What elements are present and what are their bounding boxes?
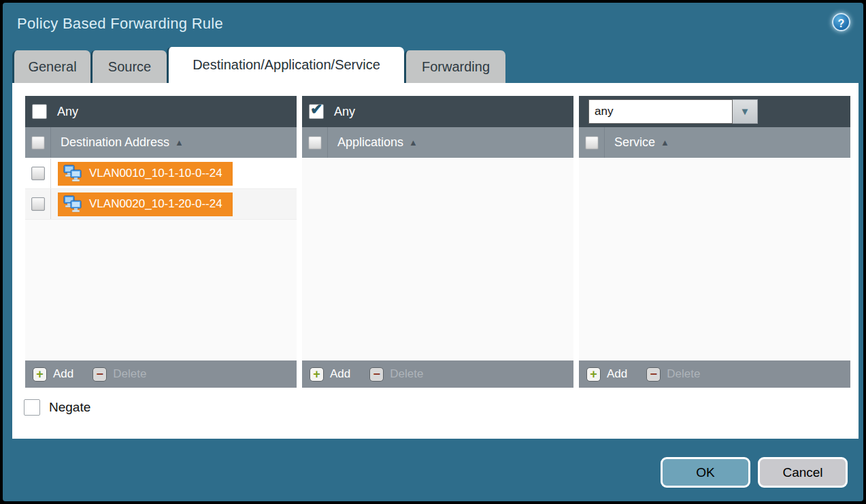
service-list [579, 158, 850, 360]
address-object-vlan0020[interactable]: VLAN0020_10-1-20-0--24 [58, 192, 233, 216]
applications-toolbar: + Add − Delete [302, 360, 573, 388]
dialog-title: Policy Based Forwarding Rule [17, 15, 223, 33]
add-button[interactable]: + Add [33, 367, 73, 382]
add-icon: + [33, 367, 47, 382]
help-icon[interactable]: ? [832, 13, 850, 31]
add-button[interactable]: + Add [586, 367, 627, 382]
service-select-all-checkbox[interactable] [585, 136, 599, 150]
delete-icon: − [93, 367, 107, 382]
table-row: VLAN0010_10-1-10-0--24 [25, 158, 297, 189]
negate-label: Negate [49, 400, 90, 415]
chevron-down-icon[interactable]: ▼ [733, 99, 758, 124]
service-type-value[interactable]: any [588, 99, 733, 124]
dialog-frame: Policy Based Forwarding Rule ? General S… [0, 0, 866, 504]
destination-address-column: Any Destination Address ▲ [25, 96, 297, 388]
address-label: VLAN0020_10-1-20-0--24 [89, 197, 222, 211]
checkmark-icon: ✔ [310, 101, 322, 118]
add-icon: + [310, 367, 324, 382]
delete-button[interactable]: − Delete [93, 367, 146, 382]
service-header-label[interactable]: Service [614, 135, 655, 150]
destination-column-header: Destination Address ▲ [25, 127, 297, 158]
tab-forwarding[interactable]: Forwarding [404, 50, 505, 83]
service-dropdown-bar: any ▼ [579, 96, 850, 127]
delete-icon: − [646, 367, 661, 382]
negate-row: Negate [24, 399, 90, 416]
row-checkbox[interactable] [31, 167, 45, 180]
cancel-button[interactable]: Cancel [758, 457, 848, 488]
applications-column-header: Applications ▲ [302, 127, 573, 158]
service-column-header: Service ▲ [579, 127, 850, 158]
applications-select-all-checkbox[interactable] [308, 136, 322, 150]
sort-asc-icon[interactable]: ▲ [661, 137, 669, 148]
applications-any-label: Any [334, 105, 355, 119]
ok-button[interactable]: OK [661, 457, 750, 488]
network-icon [63, 195, 83, 213]
destination-list: VLAN0010_10-1-10-0--24 [25, 158, 297, 360]
address-label: VLAN0010_10-1-10-0--24 [89, 167, 222, 180]
destination-toolbar: + Add − Delete [25, 360, 297, 388]
destination-any-label: Any [57, 105, 78, 119]
applications-list [302, 158, 573, 360]
delete-icon: − [369, 367, 384, 382]
applications-column: ✔ Any Applications ▲ + Add − Dele [302, 96, 573, 388]
applications-any-checkbox[interactable]: ✔ [309, 104, 324, 119]
columns: Any Destination Address ▲ [25, 96, 850, 388]
tab-source[interactable]: Source [90, 50, 167, 83]
tab-content: Any Destination Address ▲ [12, 83, 859, 439]
applications-header-label[interactable]: Applications [337, 135, 403, 150]
service-type-dropdown[interactable]: any ▼ [588, 99, 758, 124]
sort-asc-icon[interactable]: ▲ [175, 137, 184, 148]
applications-any-bar: ✔ Any [302, 96, 573, 127]
service-toolbar: + Add − Delete [579, 360, 850, 388]
delete-button[interactable]: − Delete [646, 367, 700, 382]
destination-select-all-checkbox[interactable] [31, 136, 45, 150]
negate-checkbox[interactable] [24, 399, 40, 416]
tab-destination-application-service[interactable]: Destination/Application/Service [167, 47, 404, 83]
row-checkbox[interactable] [31, 197, 45, 211]
title-bar: Policy Based Forwarding Rule ? [3, 3, 863, 46]
delete-button[interactable]: − Delete [369, 367, 423, 382]
destination-any-checkbox[interactable] [32, 104, 47, 119]
service-column: any ▼ Service ▲ + Add − [579, 96, 850, 388]
add-icon: + [586, 367, 601, 382]
tab-general[interactable]: General [12, 50, 90, 83]
add-button[interactable]: + Add [310, 367, 350, 382]
table-row: VLAN0020_10-1-20-0--24 [25, 189, 297, 220]
network-icon [63, 165, 83, 182]
sort-asc-icon[interactable]: ▲ [409, 137, 418, 148]
destination-header-label[interactable]: Destination Address [61, 135, 169, 150]
destination-any-bar: Any [25, 96, 297, 127]
tab-bar: General Source Destination/Application/S… [12, 50, 505, 83]
address-object-vlan0010[interactable]: VLAN0010_10-1-10-0--24 [58, 162, 233, 186]
